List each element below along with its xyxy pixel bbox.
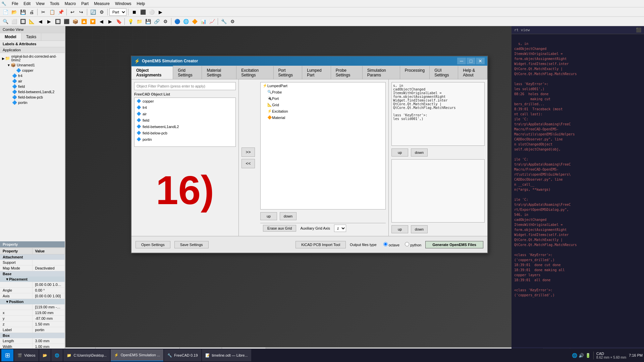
tb-macro[interactable]: ⚙ xyxy=(98,8,106,16)
tb-extra1[interactable]: 🔧 xyxy=(220,18,228,25)
list-item-fr4[interactable]: 🔷 fr4 xyxy=(135,104,235,111)
tb-view14[interactable]: 🔖 xyxy=(115,18,123,25)
kicad-import-btn[interactable]: KiCAD PCB Import Tool xyxy=(296,241,346,248)
tb-cylinder[interactable]: ⚪ xyxy=(148,8,156,16)
tb-view3[interactable]: 🔲 xyxy=(19,18,27,25)
tree-item-copper[interactable]: 🔷 copper xyxy=(1,68,63,73)
tb-mesh2[interactable]: 📈 xyxy=(208,18,216,25)
filter-input[interactable] xyxy=(134,82,236,90)
taskbar-libreoffice[interactable]: 📝 timeline.odt — Libre... xyxy=(202,349,251,361)
tb-view2[interactable]: ⬜ xyxy=(10,18,18,25)
tb-view4[interactable]: 📐 xyxy=(28,18,36,25)
list-item-air[interactable]: 🔷 air xyxy=(135,111,235,117)
assign-right-btn[interactable]: >> xyxy=(241,147,255,157)
menubar-item-view[interactable]: View xyxy=(33,1,47,7)
tb-box[interactable]: ⬛ xyxy=(139,8,147,16)
dialog-close-btn[interactable]: ✕ xyxy=(476,58,485,64)
part-dropdown[interactable]: Part xyxy=(109,8,126,16)
list-item-field-below[interactable]: 🔷 field-below-pcb xyxy=(135,130,235,136)
dialog-tab-object-assignments[interactable]: Object Assignments xyxy=(131,66,173,79)
tb-view9[interactable]: 📦 xyxy=(71,18,79,25)
tree-item-fr4[interactable]: 🔷 fr4 xyxy=(1,73,63,78)
tree-node-port[interactable]: 🔌 Port xyxy=(261,95,385,102)
tb-view8[interactable]: ⬛ xyxy=(62,18,70,25)
tb-stop[interactable]: ⏹ xyxy=(130,8,138,16)
tray-network[interactable]: 🌐 xyxy=(572,353,577,358)
tb-play[interactable]: ▶ xyxy=(156,8,164,16)
tree-node-lumped[interactable]: ⚡ LumpedPart xyxy=(261,82,385,89)
taskbar-explorer[interactable]: 📁 C:\Users\rp\Desktop... xyxy=(63,349,110,361)
dialog-tab-probe-settings[interactable]: Probe Settings xyxy=(331,66,363,79)
taskbar-chrome[interactable]: 🌐 xyxy=(51,349,63,361)
tb-view12[interactable]: ◀ xyxy=(97,18,105,25)
tb-new[interactable]: 📄 xyxy=(1,8,9,16)
tray-sound[interactable]: 🔊 xyxy=(579,353,584,358)
radio-octave[interactable] xyxy=(383,242,388,246)
dialog-tab-grid-settings[interactable]: Grid Settings xyxy=(173,66,202,79)
tb-paste[interactable]: 📌 xyxy=(57,8,65,16)
tb-extra2[interactable]: ⚙ xyxy=(228,18,236,25)
dialog-minimize-btn[interactable]: ─ xyxy=(457,58,466,64)
tb-undo[interactable]: ↩ xyxy=(68,8,76,16)
tb-view10[interactable]: 🔼 xyxy=(80,18,88,25)
tab-tasks[interactable]: Tasks xyxy=(21,33,42,41)
tb-open[interactable]: 📂 xyxy=(10,8,18,16)
tb-view1[interactable]: 🔍 xyxy=(1,18,9,25)
dialog-tab-help-about[interactable]: Help & About xyxy=(458,66,487,79)
radio-python[interactable] xyxy=(405,242,409,246)
assign-left-btn[interactable]: << xyxy=(241,159,255,168)
tb-link[interactable]: 🔗 xyxy=(153,18,161,25)
tb-folder2[interactable]: 📁 xyxy=(135,18,143,25)
erase-aux-grid-btn[interactable]: Erase aux Grid xyxy=(263,225,296,232)
radio-octave-label[interactable]: octave xyxy=(383,242,399,247)
dialog-tab-lumped-part[interactable]: Lumped Part xyxy=(302,66,331,79)
menubar-item-measure[interactable]: Measure xyxy=(91,1,112,7)
up-btn[interactable]: up xyxy=(260,212,277,220)
right2-down-btn2[interactable]: down xyxy=(411,225,428,233)
tree-item-1[interactable]: ▼ 📦 Unnamed1 xyxy=(1,62,63,68)
list-item-field-between[interactable]: 🔷 field-betweenL1andL2 xyxy=(135,123,235,130)
right-panel-expand-btn[interactable]: ⬛ xyxy=(636,27,641,33)
taskbar-openems[interactable]: ⚡ OpenEMS Simulation ... xyxy=(111,349,163,361)
tab-model[interactable]: Model xyxy=(0,33,21,41)
dialog-tab-sim-params[interactable]: Simulation Params xyxy=(363,66,400,79)
taskbar-videos[interactable]: 🎬 Videos xyxy=(14,349,39,361)
axis-select[interactable]: z x y xyxy=(334,225,346,232)
tb-fem2[interactable]: 🔶 xyxy=(191,18,199,25)
open-settings-btn[interactable]: Open Settings xyxy=(136,241,170,248)
tb-save[interactable]: 💾 xyxy=(19,8,27,16)
down-btn[interactable]: down xyxy=(280,212,297,220)
tree-node-material[interactable]: 🔶 Material xyxy=(261,114,385,121)
list-item-copper[interactable]: 🔷 copper xyxy=(135,98,235,104)
right2-up-btn2[interactable]: up xyxy=(391,225,408,233)
list-item-portin[interactable]: 🔷 portin xyxy=(135,136,235,142)
right2-up-btn[interactable]: up xyxy=(391,148,408,157)
dialog-tab-processing[interactable]: Processing xyxy=(400,66,430,79)
tree-item-field-between[interactable]: 🔷 field-betweenL1andL2 xyxy=(1,89,63,95)
tree-item-0[interactable]: ▶ 📁 original-but-drc-corrected-and-0mm2 xyxy=(1,54,63,62)
menubar-item-tools[interactable]: Tools xyxy=(47,1,62,7)
taskbar-docs[interactable]: 📂 xyxy=(39,349,51,361)
list-item-field[interactable]: 🔷 field xyxy=(135,117,235,123)
tb-print[interactable]: 🖨 xyxy=(28,8,36,16)
dialog-tab-excitation-settings[interactable]: Excitation Settings xyxy=(236,66,273,79)
tb-refresh[interactable]: 🔄 xyxy=(89,8,97,16)
menubar-item-edit[interactable]: Edit xyxy=(21,1,33,7)
dialog-tab-port-settings[interactable]: Port Settings xyxy=(274,66,303,79)
tree-node-grid[interactable]: 📐 Grid xyxy=(261,102,385,108)
menubar-item-windows[interactable]: Windows xyxy=(112,1,134,7)
tb-part2[interactable]: 🔵 xyxy=(173,18,181,25)
tb-mesh[interactable]: 📊 xyxy=(199,18,207,25)
menubar-item-help[interactable]: Help xyxy=(134,1,148,7)
tb-fem[interactable]: 🌐 xyxy=(182,18,190,25)
tree-item-portin[interactable]: 🔷 portin xyxy=(1,100,63,105)
tb-view7[interactable]: 🔲 xyxy=(54,18,62,25)
start-button[interactable]: ⊞ xyxy=(1,349,13,361)
dialog-tab-gui-settings[interactable]: GUI Settings xyxy=(430,66,458,79)
tb-view6[interactable]: ▶ xyxy=(45,18,53,25)
tb-view11[interactable]: 🔽 xyxy=(89,18,97,25)
tb-redo[interactable]: ↪ xyxy=(77,8,85,16)
dialog-maximize-btn[interactable]: □ xyxy=(467,58,475,64)
tray-battery[interactable]: 🔋 xyxy=(585,353,591,358)
tb-save2[interactable]: 💾 xyxy=(144,18,152,25)
